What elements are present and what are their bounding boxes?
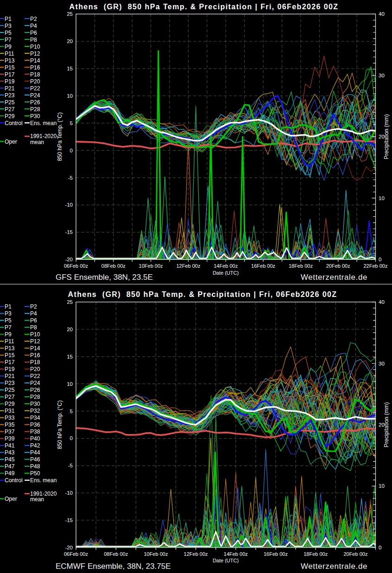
svg-text:Control: Control [5,477,23,484]
svg-text:P46: P46 [30,456,40,463]
svg-text:0: 0 [379,545,381,550]
svg-text:P49: P49 [5,470,15,477]
svg-text:P29: P29 [5,401,15,407]
svg-text:P9: P9 [5,44,12,50]
svg-text:850 hPa Temp. (°C): 850 hPa Temp. (°C) [57,400,63,449]
svg-text:P18: P18 [30,71,40,78]
svg-text:P13: P13 [5,57,15,64]
svg-text:-15: -15 [65,229,73,235]
svg-text:P42: P42 [30,442,40,449]
svg-text:P28: P28 [30,394,40,400]
svg-text:P10: P10 [30,331,40,338]
svg-text:P31: P31 [5,408,15,414]
svg-text:P39: P39 [5,435,15,442]
svg-text:mean: mean [30,139,44,145]
svg-text:P28: P28 [30,106,40,113]
svg-text:06Feb 00z: 06Feb 00z [64,263,88,269]
svg-text:P36: P36 [30,422,40,428]
svg-text:P25: P25 [5,387,15,393]
svg-text:P23: P23 [5,380,15,386]
svg-text:P27: P27 [5,106,15,113]
svg-text:P2: P2 [30,303,37,310]
svg-text:06Feb 00z: 06Feb 00z [64,551,88,557]
svg-text:15: 15 [67,66,73,71]
svg-text:P3: P3 [5,23,12,29]
svg-text:-15: -15 [65,517,73,523]
svg-text:P12: P12 [30,50,40,57]
svg-text:P13: P13 [5,345,15,352]
svg-text:10: 10 [67,381,73,387]
svg-text:GFS Ensemble, 38N, 23.5E: GFS Ensemble, 38N, 23.5E [56,273,153,282]
svg-text:P25: P25 [5,99,15,106]
svg-text:0: 0 [70,148,73,153]
svg-text:P21: P21 [5,85,15,92]
svg-text:P11: P11 [5,338,14,345]
svg-text:-20: -20 [65,545,73,550]
svg-text:-20: -20 [65,257,73,262]
svg-text:Wetterzentrale.de: Wetterzentrale.de [301,273,367,282]
svg-text:P16: P16 [30,352,40,359]
svg-text:Precipitation (mm): Precipitation (mm) [383,114,390,159]
svg-text:P12: P12 [30,338,40,345]
svg-text:P17: P17 [5,71,15,78]
svg-text:-5: -5 [68,463,73,468]
svg-text:P10: P10 [30,44,40,50]
svg-text:P19: P19 [5,78,15,85]
svg-text:16Feb 00z: 16Feb 00z [264,551,288,557]
svg-text:P8: P8 [30,37,37,43]
svg-text:10: 10 [379,483,385,489]
svg-text:P7: P7 [5,324,12,331]
svg-text:20Feb 00z: 20Feb 00z [326,263,350,269]
svg-text:P26: P26 [30,387,40,393]
svg-text:Oper: Oper [5,139,17,145]
svg-text:P8: P8 [30,324,37,331]
svg-text:10: 10 [379,195,385,201]
svg-text:14Feb 00z: 14Feb 00z [224,551,248,557]
svg-text:Ens. mean: Ens. mean [30,120,57,126]
svg-text:P22: P22 [30,85,40,92]
svg-text:P32: P32 [30,408,40,414]
svg-text:0: 0 [379,257,381,262]
svg-text:P30: P30 [30,401,40,407]
svg-text:P37: P37 [5,428,15,435]
svg-text:25: 25 [67,11,73,17]
svg-text:P30: P30 [30,113,40,120]
svg-text:-10: -10 [65,202,73,208]
svg-text:Date (UTC): Date (UTC) [213,558,239,563]
svg-text:P45: P45 [5,456,15,463]
svg-text:40: 40 [379,299,385,305]
svg-text:08Feb 00z: 08Feb 00z [101,263,126,269]
svg-text:P19: P19 [5,366,15,372]
svg-text:P1: P1 [5,303,12,310]
svg-text:P24: P24 [30,380,40,386]
svg-text:Athens (GR) 850 hPa Temp. &: Athens (GR) 850 hPa Temp. & Precipitatio… [68,290,337,298]
svg-text:Date (UTC): Date (UTC) [213,270,239,276]
svg-text:10Feb 00z: 10Feb 00z [139,263,163,269]
svg-text:Precipitation (mm): Precipitation (mm) [383,402,390,447]
svg-text:P14: P14 [30,345,40,352]
svg-text:P40: P40 [30,435,40,442]
svg-text:P33: P33 [5,415,15,421]
svg-text:12Feb 00z: 12Feb 00z [176,263,200,269]
svg-text:5: 5 [70,120,73,126]
svg-text:P15: P15 [5,64,15,71]
svg-text:P5: P5 [5,317,12,324]
svg-text:0: 0 [70,435,73,441]
svg-text:5: 5 [70,409,73,414]
svg-text:P18: P18 [30,359,40,365]
svg-text:P24: P24 [30,92,40,99]
svg-text:15: 15 [67,354,73,359]
svg-text:P26: P26 [30,99,40,106]
svg-text:Wetterzentrale.de: Wetterzentrale.de [301,562,367,571]
svg-text:P20: P20 [30,78,40,85]
svg-text:P22: P22 [30,373,40,379]
svg-text:Ens. mean: Ens. mean [30,477,57,484]
svg-text:P6: P6 [30,30,37,36]
svg-text:P21: P21 [5,373,15,379]
svg-text:20: 20 [67,327,73,332]
svg-text:P43: P43 [5,449,15,456]
svg-text:P6: P6 [30,317,37,324]
svg-text:ECMWF Ensemble, 38N, 23.75E: ECMWF Ensemble, 38N, 23.75E [56,562,171,571]
svg-text:P20: P20 [30,366,40,372]
svg-text:P35: P35 [5,422,15,428]
